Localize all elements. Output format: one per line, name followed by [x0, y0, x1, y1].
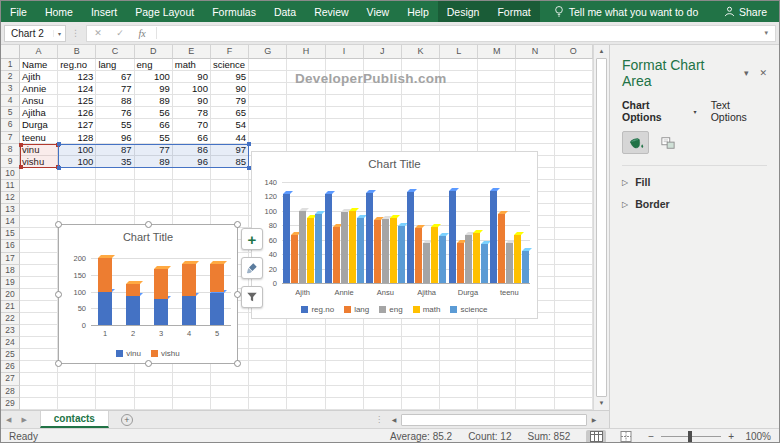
cell-I7[interactable] — [326, 132, 364, 144]
bar-lang[interactable] — [333, 227, 340, 283]
cell-O11[interactable] — [555, 180, 593, 192]
cell-H23[interactable] — [287, 325, 325, 337]
row-header-19[interactable]: 19 — [1, 277, 20, 289]
cell-O24[interactable] — [555, 337, 593, 349]
cell-G23[interactable] — [249, 325, 287, 337]
cell-O18[interactable] — [555, 265, 593, 277]
row-header-24[interactable]: 24 — [1, 337, 20, 349]
pane-close-icon[interactable]: ✕ — [759, 68, 767, 78]
row-header-29[interactable]: 29 — [1, 398, 20, 410]
bar-math[interactable] — [307, 218, 314, 283]
chart-title[interactable]: Chart Title — [59, 231, 237, 243]
cell-J4[interactable] — [364, 95, 402, 107]
row-header-22[interactable]: 22 — [1, 313, 20, 325]
legend-item-lang[interactable]: lang — [344, 305, 369, 314]
cell-H5[interactable] — [287, 107, 325, 119]
cell-D27[interactable] — [135, 373, 173, 385]
bar-vinu[interactable] — [182, 296, 196, 325]
cell-L25[interactable] — [440, 349, 478, 361]
cell-A5[interactable]: Ajitha — [20, 107, 58, 119]
cell-D13[interactable] — [135, 204, 173, 216]
cell-K5[interactable] — [402, 107, 440, 119]
range-fill-handle[interactable] — [19, 165, 23, 169]
row-header-7[interactable]: 7 — [1, 132, 20, 144]
bar-eng[interactable] — [341, 212, 348, 283]
cell-N26[interactable] — [516, 361, 554, 373]
cell-F29[interactable] — [211, 398, 249, 410]
row-header-14[interactable]: 14 — [1, 216, 20, 228]
cell-O12[interactable] — [555, 192, 593, 204]
zoom-slider-thumb[interactable] — [688, 431, 692, 442]
cell-B7[interactable]: 128 — [58, 132, 96, 144]
legend-item-eng[interactable]: eng — [379, 305, 402, 314]
cell-K25[interactable] — [402, 349, 440, 361]
column-header-h[interactable]: H — [287, 45, 325, 59]
cell-L27[interactable] — [440, 373, 478, 385]
ribbon-tab-insert[interactable]: Insert — [82, 1, 126, 22]
row-header-17[interactable]: 17 — [1, 253, 20, 265]
cell-H7[interactable] — [287, 132, 325, 144]
row-header-2[interactable]: 2 — [1, 71, 20, 83]
cell-B28[interactable] — [58, 386, 96, 398]
cell-F2[interactable]: 95 — [211, 71, 249, 83]
cell-C6[interactable]: 55 — [96, 119, 134, 131]
row-header-16[interactable]: 16 — [1, 240, 20, 252]
cell-A15[interactable] — [20, 228, 58, 240]
cell-B27[interactable] — [58, 373, 96, 385]
cell-N28[interactable] — [516, 386, 554, 398]
cell-F28[interactable] — [211, 386, 249, 398]
legend-item-vishu[interactable]: vishu — [151, 349, 180, 358]
chart-options-dropdown-icon[interactable]: ▾ — [694, 108, 697, 115]
cell-E29[interactable] — [173, 398, 211, 410]
row-header-11[interactable]: 11 — [1, 180, 20, 192]
cell-O16[interactable] — [555, 240, 593, 252]
cell-A12[interactable] — [20, 192, 58, 204]
bar-reg.no[interactable] — [325, 194, 332, 283]
next-sheet-icon[interactable]: ▶ — [16, 416, 31, 424]
cell-K1[interactable] — [402, 59, 440, 71]
column-header-o[interactable]: O — [555, 45, 593, 59]
zoom-slider[interactable] — [661, 436, 721, 437]
bar-reg.no[interactable] — [490, 191, 497, 283]
horizontal-scrollbar-thumb[interactable] — [401, 414, 587, 426]
chart-title[interactable]: Chart Title — [252, 158, 537, 170]
cell-O6[interactable] — [555, 119, 593, 131]
row-header-21[interactable]: 21 — [1, 301, 20, 313]
column-header-k[interactable]: K — [402, 45, 440, 59]
cell-B6[interactable]: 127 — [58, 119, 96, 131]
cell-A21[interactable] — [20, 301, 58, 313]
cell-E4[interactable]: 90 — [173, 95, 211, 107]
cell-C3[interactable]: 77 — [96, 83, 134, 95]
bar-lang[interactable] — [374, 220, 381, 283]
cell-L23[interactable] — [440, 325, 478, 337]
cell-G25[interactable] — [249, 349, 287, 361]
cell-K6[interactable] — [402, 119, 440, 131]
cell-L1[interactable] — [440, 59, 478, 71]
cell-G7[interactable] — [249, 132, 287, 144]
cell-N7[interactable] — [516, 132, 554, 144]
cell-M4[interactable] — [478, 95, 516, 107]
ribbon-tab-view[interactable]: View — [358, 1, 399, 22]
selection-handle[interactable] — [55, 291, 62, 298]
cell-E5[interactable]: 78 — [173, 107, 211, 119]
size-properties-tab[interactable] — [654, 131, 681, 154]
bar-vinu[interactable] — [210, 293, 224, 325]
cell-O26[interactable] — [555, 361, 593, 373]
row-header-28[interactable]: 28 — [1, 386, 20, 398]
share-button[interactable]: Share — [724, 1, 779, 22]
cell-O15[interactable] — [555, 228, 593, 240]
legend-item-math[interactable]: math — [413, 305, 441, 314]
cell-J7[interactable] — [364, 132, 402, 144]
cell-A1[interactable]: Name — [20, 59, 58, 71]
row-header-4[interactable]: 4 — [1, 95, 20, 107]
cell-I5[interactable] — [326, 107, 364, 119]
row-header-1[interactable]: 1 — [1, 59, 20, 71]
cell-A14[interactable] — [20, 216, 58, 228]
cell-B13[interactable] — [58, 204, 96, 216]
cell-O14[interactable] — [555, 216, 593, 228]
bar-math[interactable] — [473, 233, 480, 284]
cell-B5[interactable]: 126 — [58, 107, 96, 119]
legend-item-reg.no[interactable]: reg.no — [301, 305, 334, 314]
row-header-3[interactable]: 3 — [1, 83, 20, 95]
cell-O22[interactable] — [555, 313, 593, 325]
